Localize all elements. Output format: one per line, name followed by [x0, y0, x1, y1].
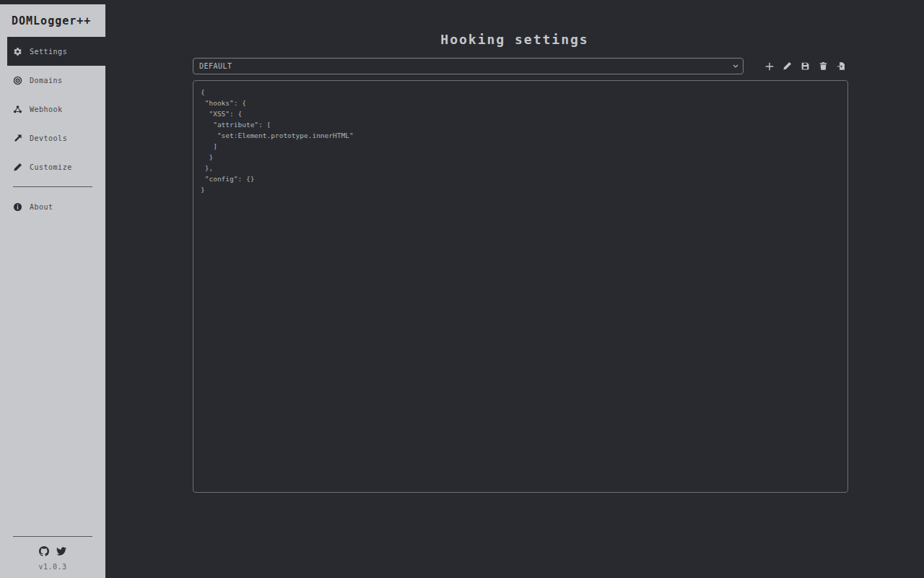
sidebar-item-label: About — [30, 203, 53, 211]
delete-config-button[interactable] — [818, 61, 829, 72]
edit-config-button[interactable] — [782, 61, 793, 72]
page-title: Hooking settings — [105, 0, 924, 47]
sidebar-item-devtools[interactable]: Devtools — [0, 124, 105, 152]
content: DEFAULT — [193, 58, 848, 493]
sidebar-item-label: Webhook — [30, 105, 63, 113]
sidebar-item-label: Devtools — [30, 134, 67, 142]
config-select-wrap: DEFAULT — [193, 58, 744, 74]
hooks-json-editor[interactable]: { "hooks": { "XSS": { "attribute": [ "se… — [193, 80, 848, 493]
sidebar-item-webhook[interactable]: Webhook — [0, 95, 105, 124]
bullseye-icon — [12, 75, 22, 85]
sidebar-footer-divider — [13, 536, 92, 537]
sidebar-footer: v1.0.3 — [0, 531, 105, 578]
arrow-up-right-icon — [12, 133, 22, 143]
add-config-button[interactable] — [764, 61, 775, 72]
import-config-button[interactable] — [836, 61, 847, 72]
sidebar-divider — [13, 186, 92, 187]
social-links — [0, 542, 105, 563]
file-import-icon — [837, 61, 846, 71]
sidebar-nav: Settings Domains Webhook — [0, 37, 105, 221]
main-panel: Hooking settings DEFAULT — [105, 0, 924, 578]
sidebar-item-label: Settings — [30, 48, 67, 56]
app-logo: DOMLogger++ — [0, 4, 105, 37]
pencil-icon — [783, 61, 792, 71]
sidebar-item-label: Customize — [30, 163, 72, 171]
sidebar-item-about[interactable]: About — [0, 192, 105, 221]
sidebar-item-domains[interactable]: Domains — [0, 66, 105, 95]
toolbar — [764, 61, 847, 72]
sidebar-item-settings[interactable]: Settings — [7, 37, 105, 66]
sidebar: DOMLogger++ Settings Domains — [0, 0, 105, 578]
floppy-disk-icon — [801, 61, 810, 71]
webhook-icon — [12, 104, 22, 114]
plus-icon — [764, 61, 775, 72]
info-icon — [12, 202, 22, 212]
sidebar-item-customize[interactable]: Customize — [0, 152, 105, 181]
config-select[interactable]: DEFAULT — [193, 58, 744, 74]
controls-row: DEFAULT — [193, 58, 848, 74]
version-label: v1.0.3 — [0, 563, 105, 571]
trash-icon — [819, 61, 828, 71]
save-config-button[interactable] — [800, 61, 811, 72]
github-icon[interactable] — [39, 546, 49, 556]
twitter-icon[interactable] — [56, 546, 66, 556]
gear-icon — [12, 46, 22, 56]
pencil-icon — [12, 162, 22, 172]
sidebar-item-label: Domains — [30, 77, 63, 85]
